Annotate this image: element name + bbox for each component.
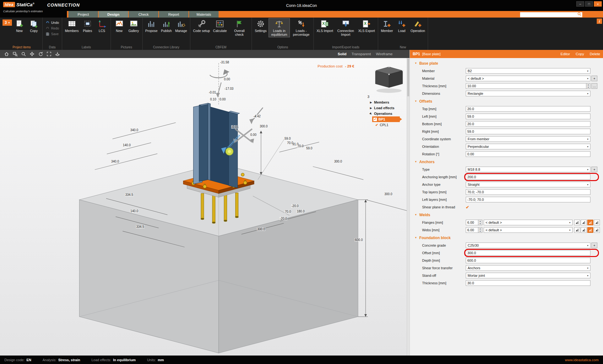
stand-off-dropdown[interactable]: Mortar joint▼ bbox=[466, 273, 590, 278]
add-material-button[interactable]: + bbox=[591, 76, 597, 81]
pictures-new-button[interactable]: New bbox=[112, 18, 126, 36]
spinner[interactable]: ▲▼ bbox=[586, 83, 590, 89]
new-member-button[interactable]: Member bbox=[380, 18, 394, 36]
weld-type-button[interactable] bbox=[594, 227, 600, 233]
shear-force-transfer-dropdown[interactable]: Anchors▼ bbox=[466, 265, 590, 271]
spinner[interactable]: ▲▼ bbox=[478, 220, 482, 225]
fit-view-icon[interactable] bbox=[45, 51, 53, 57]
options-loads-percentage-button[interactable]: Loads - percentage bbox=[291, 18, 312, 37]
close-button[interactable]: × bbox=[594, 1, 602, 7]
project-items-copy-button[interactable]: Copy bbox=[27, 18, 41, 36]
new-load-button[interactable]: Load bbox=[395, 18, 409, 36]
left-layers-mm-input[interactable] bbox=[466, 197, 590, 202]
options-settings-button[interactable]: Settings bbox=[253, 18, 268, 36]
new-operation-button[interactable]: Operation bbox=[409, 18, 426, 36]
tab-check[interactable]: Check bbox=[129, 11, 158, 18]
section-offsets[interactable]: ▼Offsets bbox=[410, 97, 600, 105]
top-layers-mm-input[interactable] bbox=[466, 189, 590, 195]
tab-project[interactable]: Project bbox=[68, 11, 98, 18]
cbfem-calculate-button[interactable]: Calculate bbox=[212, 18, 228, 36]
section-welds[interactable]: ▼Welds bbox=[410, 211, 600, 219]
thickness-mm-input[interactable] bbox=[466, 83, 586, 89]
data-save-button[interactable]: Save bbox=[44, 31, 60, 36]
flanges-mm-size-input[interactable] bbox=[466, 220, 478, 225]
tree-item-operations[interactable]: ▶Operations bbox=[367, 111, 406, 116]
cbfem-overall-check-button[interactable]: Overall check bbox=[229, 18, 250, 37]
concrete-grade-dropdown[interactable]: C25/30▼ bbox=[466, 243, 590, 248]
right-mm-input[interactable] bbox=[466, 129, 590, 134]
import-export-loads-xls-import-button[interactable]: XXLS Import bbox=[315, 18, 334, 36]
add-type-button[interactable]: + bbox=[591, 167, 597, 172]
material-dropdown[interactable]: < default >▼ bbox=[466, 76, 590, 81]
section-plane-icon[interactable] bbox=[53, 51, 61, 57]
thickness-mm-input[interactable] bbox=[466, 280, 590, 286]
steel-column[interactable] bbox=[193, 103, 240, 188]
tab-report[interactable]: Report bbox=[159, 11, 188, 18]
pan-icon[interactable] bbox=[28, 51, 36, 57]
tab-materials[interactable]: Materials bbox=[189, 11, 219, 18]
section-collapse-icon[interactable]: ▼ bbox=[415, 236, 417, 239]
connection-library-propose-button[interactable]: Propose bbox=[144, 18, 159, 36]
labels-plates-button[interactable]: Plates bbox=[81, 18, 95, 36]
rotation-input[interactable] bbox=[466, 151, 590, 157]
webs-mm-material-dropdown[interactable]: < default >▼ bbox=[484, 227, 573, 233]
zoom-window-icon[interactable] bbox=[11, 51, 19, 57]
spinner[interactable]: ▲▼ bbox=[478, 227, 482, 233]
import-export-loads-xls-export-button[interactable]: XXLS Export bbox=[357, 18, 376, 36]
weld-type-button[interactable] bbox=[574, 220, 580, 225]
section-collapse-icon[interactable]: ▼ bbox=[415, 100, 417, 103]
home-view-icon[interactable] bbox=[3, 51, 10, 57]
copy-button[interactable]: Copy bbox=[576, 52, 584, 56]
left-mm-input[interactable] bbox=[466, 114, 590, 119]
data-redo-button[interactable]: Redo bbox=[44, 26, 60, 31]
search-icon[interactable] bbox=[577, 12, 582, 16]
section-collapse-icon[interactable]: ▼ bbox=[415, 160, 417, 163]
section-base-plate[interactable]: ▼Base plate bbox=[410, 59, 600, 67]
render-mode-wireframe[interactable]: Wireframe bbox=[376, 52, 393, 56]
thickness-mm-more-button[interactable]: … bbox=[591, 83, 597, 89]
top-mm-input[interactable] bbox=[466, 106, 590, 112]
type-dropdown[interactable]: M18 8.8▼ bbox=[466, 167, 590, 172]
navigation-cube[interactable] bbox=[375, 66, 403, 93]
rotate-icon[interactable] bbox=[36, 51, 44, 57]
section-anchors[interactable]: ▼Anchors bbox=[410, 158, 600, 166]
section-collapse-icon[interactable]: ▼ bbox=[415, 62, 417, 65]
connection-library-manage-button[interactable]: Manage bbox=[174, 18, 188, 36]
connection-library-publish-button[interactable]: Publish bbox=[160, 18, 173, 36]
website-link[interactable]: www.ideastatica.com bbox=[565, 358, 599, 362]
delete-button[interactable]: Delete bbox=[590, 52, 600, 56]
anchor-type-dropdown[interactable]: Straight▼ bbox=[466, 182, 590, 187]
section-foundation-block[interactable]: ▼Foundation block bbox=[410, 234, 600, 242]
editor-button[interactable]: Editor bbox=[561, 52, 570, 56]
zoom-icon[interactable] bbox=[19, 51, 27, 57]
depth-mm-input[interactable] bbox=[466, 258, 590, 263]
labels-members-button[interactable]: Members bbox=[64, 18, 80, 36]
project-items-selector[interactable]: 3▾ bbox=[3, 19, 12, 26]
weld-type-button[interactable] bbox=[574, 227, 580, 233]
weld-type-button[interactable] bbox=[594, 220, 600, 225]
project-items-new-button[interactable]: New bbox=[13, 18, 26, 36]
collapse-icon[interactable]: ▶ bbox=[369, 111, 373, 115]
coordinate-system-dropdown[interactable]: From member▼ bbox=[466, 136, 590, 142]
section-collapse-icon[interactable]: ▼ bbox=[415, 213, 417, 216]
weld-type-button[interactable] bbox=[581, 227, 587, 233]
pictures-gallery-button[interactable]: Gallery bbox=[127, 18, 141, 36]
maximize-button[interactable]: □ bbox=[585, 1, 593, 7]
expand-icon[interactable]: ▶ bbox=[369, 101, 372, 104]
tree-item-cpl1[interactable]: ✔CPL1 bbox=[367, 122, 406, 128]
info-button[interactable]: i bbox=[597, 19, 602, 24]
search-input[interactable] bbox=[520, 12, 582, 17]
add-concrete-grade-button[interactable]: + bbox=[591, 243, 597, 248]
render-mode-solid[interactable]: Solid bbox=[338, 52, 346, 56]
checkbox-checked-icon[interactable]: ✔ bbox=[373, 118, 377, 121]
anchoring-length-mm-input[interactable] bbox=[466, 174, 590, 180]
viewport-scrollbar[interactable] bbox=[407, 58, 410, 356]
weld-type-button[interactable] bbox=[587, 227, 593, 233]
import-export-loads-connection-import-button[interactable]: Connection Import bbox=[335, 18, 356, 37]
check-icon[interactable]: ✔ bbox=[375, 123, 378, 127]
weld-type-button[interactable] bbox=[581, 220, 587, 225]
options-loads-in-equilibrium-button[interactable]: Loads in equilibrium bbox=[269, 18, 290, 37]
tree-item-load-effects[interactable]: ▶Load effects bbox=[367, 105, 406, 111]
weld-type-button[interactable] bbox=[587, 220, 593, 225]
dimensions-dropdown[interactable]: Rectangle▼ bbox=[466, 91, 590, 96]
